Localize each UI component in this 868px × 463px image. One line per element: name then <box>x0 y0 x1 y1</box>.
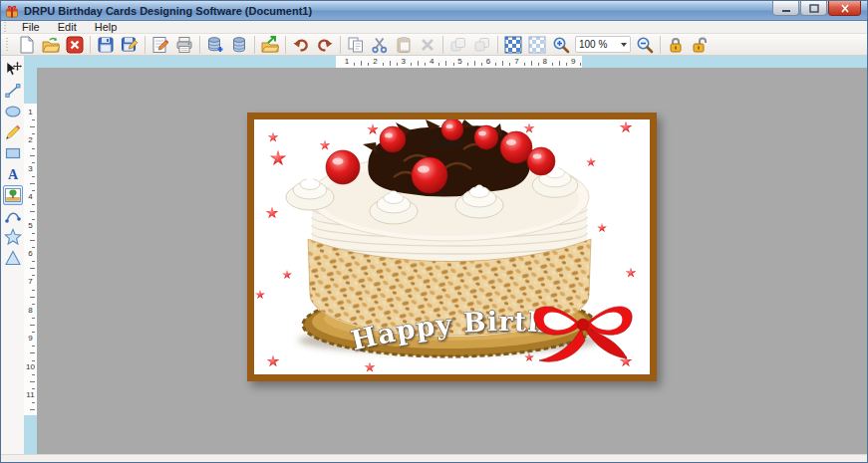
tool-ellipse[interactable] <box>3 102 23 121</box>
redo-button[interactable] <box>313 35 337 55</box>
status-bar <box>1 454 867 463</box>
cut-button[interactable] <box>368 35 392 55</box>
delete-icon <box>419 36 436 54</box>
tool-image[interactable] <box>3 185 23 205</box>
svg-text:A: A <box>7 167 18 182</box>
line-icon <box>4 82 22 100</box>
minimize-button[interactable] <box>772 1 799 16</box>
tool-pencil[interactable] <box>3 122 23 142</box>
toolbar-separator <box>90 36 91 54</box>
pencil-icon <box>4 123 22 141</box>
export-folder-icon <box>261 36 279 54</box>
toolbar-separator <box>442 36 443 54</box>
zoom-out-icon <box>636 36 654 54</box>
horizontal-ruler: 123456789 <box>24 56 868 68</box>
edit-page-icon <box>151 36 169 54</box>
save-as-icon <box>121 36 139 54</box>
database-add-icon <box>206 36 224 54</box>
edit-card-button[interactable] <box>148 35 172 55</box>
print-icon <box>175 36 193 54</box>
birthday-card-object[interactable]: fotolia <box>247 113 657 381</box>
tool-curve[interactable] <box>3 206 23 226</box>
ellipse-icon <box>4 103 22 120</box>
v-ruler-band: 1234567891011 <box>24 104 37 415</box>
chevron-down-icon <box>621 43 627 47</box>
select-cursor-icon <box>4 61 22 79</box>
tool-triangle[interactable] <box>3 248 23 268</box>
undo-button[interactable] <box>289 35 313 55</box>
workspace: A <box>1 56 868 454</box>
rectangle-icon <box>4 144 22 162</box>
close-button[interactable] <box>828 1 861 16</box>
menu-help[interactable]: Help <box>86 21 127 34</box>
copy-button[interactable] <box>344 35 368 55</box>
star-shape-icon <box>4 228 22 246</box>
send-to-back-button[interactable] <box>470 35 494 55</box>
delete-button[interactable] <box>416 35 439 55</box>
window-title: DRPU Birthday Cards Designing Software (… <box>24 5 312 17</box>
curve-icon <box>4 207 22 225</box>
grid-off-icon <box>528 36 546 54</box>
save-icon <box>97 36 115 54</box>
tool-star[interactable] <box>3 227 23 247</box>
lock-button[interactable] <box>664 35 688 55</box>
bring-to-front-icon <box>449 36 467 54</box>
maximize-button[interactable] <box>800 1 827 16</box>
database-icon <box>230 36 248 54</box>
design-canvas[interactable]: fotolia <box>37 68 868 454</box>
image-icon <box>4 186 22 204</box>
open-button[interactable] <box>39 35 63 55</box>
database-connect-button[interactable] <box>203 35 227 55</box>
close-icon <box>840 4 850 13</box>
unlock-icon <box>691 36 709 54</box>
tool-palette: A <box>1 56 24 454</box>
copy-icon <box>347 36 365 54</box>
zoom-in-icon <box>552 36 570 54</box>
toolbar-grip <box>6 38 11 52</box>
send-to-back-icon <box>473 36 491 54</box>
tool-text[interactable]: A <box>3 164 23 184</box>
grid-off-button[interactable] <box>525 35 549 55</box>
open-folder-icon <box>42 36 60 54</box>
database-button[interactable] <box>227 35 251 55</box>
toolbar-separator <box>340 36 341 54</box>
grid-on-icon <box>504 36 522 54</box>
tool-select[interactable] <box>3 60 23 80</box>
tool-rectangle[interactable] <box>3 143 23 163</box>
zoom-level-combobox[interactable]: 100 % <box>575 36 631 53</box>
unlock-button[interactable] <box>688 35 712 55</box>
close-document-button[interactable] <box>63 35 87 55</box>
zoom-in-button[interactable] <box>549 35 573 55</box>
zoom-out-button[interactable] <box>633 35 657 55</box>
minimize-icon <box>781 4 791 13</box>
toolbar-separator <box>285 36 286 54</box>
menubar-grip <box>4 22 9 32</box>
cut-scissors-icon <box>371 36 389 54</box>
grid-on-button[interactable] <box>501 35 525 55</box>
maximize-icon <box>809 4 819 13</box>
close-document-icon <box>66 36 84 54</box>
new-document-icon <box>18 36 36 54</box>
vertical-ruler: 1234567891011 <box>24 68 37 454</box>
app-icon <box>5 4 19 18</box>
h-ruler-band: 123456789 <box>336 56 582 68</box>
save-as-button[interactable] <box>118 35 142 55</box>
export-button[interactable] <box>258 35 282 55</box>
toolbar: 100 % <box>1 34 867 56</box>
new-document-button[interactable] <box>15 35 39 55</box>
toolbar-separator <box>145 36 145 54</box>
lock-icon <box>667 36 685 54</box>
paste-clipboard-icon <box>395 36 413 54</box>
save-button[interactable] <box>94 35 118 55</box>
paste-button[interactable] <box>392 35 416 55</box>
undo-icon <box>292 36 310 54</box>
menu-file[interactable]: File <box>13 21 49 34</box>
toolbar-separator <box>660 36 661 54</box>
print-button[interactable] <box>172 35 196 55</box>
zoom-level-value: 100 % <box>579 39 615 50</box>
bring-to-front-button[interactable] <box>446 35 470 55</box>
cake-image: fotolia <box>254 119 650 374</box>
menu-edit[interactable]: Edit <box>49 21 86 34</box>
tool-line[interactable] <box>3 81 23 101</box>
triangle-icon <box>4 249 22 267</box>
